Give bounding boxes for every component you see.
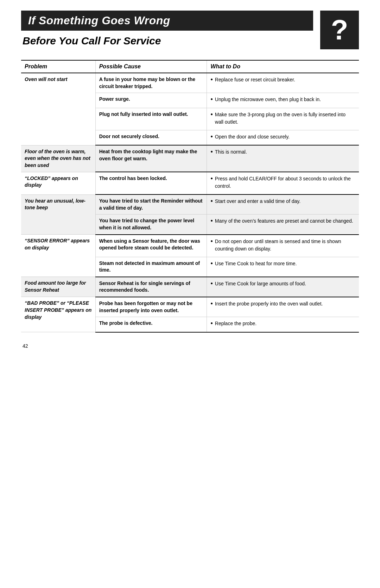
bullet-item: •Replace the probe. xyxy=(210,320,355,328)
problem-label: “BAD PROBE” or “PLEASE INSERT PROBE” app… xyxy=(25,300,91,320)
table-row: “SENSOR ERROR” appears on displayWhen us… xyxy=(21,235,359,257)
bullet-dot: • xyxy=(210,238,213,246)
what-cell: •Start over and enter a valid time of da… xyxy=(207,194,359,215)
problem-cell: Food amount too large for Sensor Reheat xyxy=(21,277,95,297)
header-area: If Something Goes Wrong Before You Call … xyxy=(21,11,359,49)
cause-cell: Probe has been forgotten or may not be i… xyxy=(95,297,207,317)
table-row: “BAD PROBE” or “PLEASE INSERT PROBE” app… xyxy=(21,297,359,317)
bullet-item: •Open the door and close securely. xyxy=(210,133,355,141)
cause-cell: When using a Sensor feature, the door wa… xyxy=(95,235,207,257)
table-row: “LOCKED” appears on displayThe control h… xyxy=(21,172,359,194)
what-cell: •Many of the oven’s features are preset … xyxy=(207,215,359,235)
cause-cell: A fuse in your home may be blown or the … xyxy=(95,73,207,93)
what-cell: •Replace fuse or reset circuit breaker. xyxy=(207,73,359,93)
cause-cell: The probe is defective. xyxy=(95,317,207,332)
bullet-item: •Unplug the microwave oven, then plug it… xyxy=(210,96,355,104)
col-header-problem: Problem xyxy=(21,60,95,73)
cause-text: Probe has been forgotten or may not be i… xyxy=(99,301,192,313)
what-cell: •Use Time Cook for large amounts of food… xyxy=(207,277,359,297)
table-header-row: Problem Possible Cause What to Do xyxy=(21,60,359,73)
bullet-dot: • xyxy=(210,76,213,84)
col-header-cause: Possible Cause xyxy=(95,60,207,73)
bullet-item: •Press and hold CLEAR/OFF for about 3 se… xyxy=(210,175,355,190)
what-cell: •Press and hold CLEAR/OFF for about 3 se… xyxy=(207,172,359,194)
cause-text: You have tried to change the power level… xyxy=(99,218,194,230)
problem-label: Floor of the oven is warm, even when the… xyxy=(25,149,90,168)
problem-cell: Oven will not start xyxy=(21,73,95,145)
what-cell: •Insert the probe properly into the oven… xyxy=(207,297,359,317)
bullet-dot: • xyxy=(210,96,213,104)
what-text: Press and hold CLEAR/OFF for about 3 sec… xyxy=(215,175,355,190)
cause-text: You have tried to start the Reminder wit… xyxy=(99,198,203,211)
page-title: If Something Goes Wrong xyxy=(28,14,306,27)
bullet-item: •Make sure the 3-prong plug on the oven … xyxy=(210,111,355,126)
cause-text: Heat from the cooktop light may make the… xyxy=(99,149,197,161)
problem-label: “SENSOR ERROR” appears on display xyxy=(25,238,90,250)
bullet-item: •Use Time Cook to heat for more time. xyxy=(210,260,355,268)
table-row: You hear an unusual, low-tone beepYou ha… xyxy=(21,194,359,215)
col-header-what: What to Do xyxy=(207,60,359,73)
title-bar: If Something Goes Wrong xyxy=(21,11,313,31)
what-text: Start over and enter a valid time of day… xyxy=(215,198,300,205)
cause-text: Sensor Reheat is for single servings of … xyxy=(99,280,190,293)
what-cell: •This is normal. xyxy=(207,145,359,172)
cause-text: The control has been locked. xyxy=(99,175,167,181)
subtitle: Before You Call For Service xyxy=(21,35,313,47)
what-cell: •Use Time Cook to heat for more time. xyxy=(207,257,359,277)
cause-text: The probe is defective. xyxy=(99,320,153,326)
problem-label: Oven will not start xyxy=(25,76,67,82)
what-text: Use Time Cook for large amounts of food. xyxy=(215,280,306,287)
what-cell: •Replace the probe. xyxy=(207,317,359,332)
bullet-dot: • xyxy=(210,133,213,141)
cause-text: A fuse in your home may be blown or the … xyxy=(99,76,195,89)
cause-text: Door not securely closed. xyxy=(99,134,159,139)
cause-cell: You have tried to start the Reminder wit… xyxy=(95,194,207,215)
cause-cell: Power surge. xyxy=(95,93,207,108)
what-cell: •Do not open door until steam is sensed … xyxy=(207,235,359,257)
what-cell: •Unplug the microwave oven, then plug it… xyxy=(207,93,359,108)
problem-label: You hear an unusual, low-tone beep xyxy=(25,198,86,211)
problem-cell: “LOCKED” appears on display xyxy=(21,172,95,194)
bullet-dot: • xyxy=(210,280,213,288)
header-text: If Something Goes Wrong Before You Call … xyxy=(21,11,313,47)
what-text: Many of the oven’s features are preset a… xyxy=(215,217,353,225)
question-mark-box: ? xyxy=(320,11,359,49)
page-number: 42 xyxy=(21,343,359,349)
problem-cell: “SENSOR ERROR” appears on display xyxy=(21,235,95,277)
bullet-dot: • xyxy=(210,320,213,328)
cause-text: Power surge. xyxy=(99,96,130,102)
cause-cell: Plug not fully inserted into wall outlet… xyxy=(95,108,207,130)
bullet-item: •Insert the probe properly into the oven… xyxy=(210,300,355,308)
bullet-item: •Replace fuse or reset circuit breaker. xyxy=(210,76,355,84)
cause-cell: Steam not detected in maximum amount of … xyxy=(95,257,207,277)
problem-cell: Floor of the oven is warm, even when the… xyxy=(21,145,95,172)
table-row: Oven will not startA fuse in your home m… xyxy=(21,73,359,93)
what-text: This is normal. xyxy=(215,148,247,156)
problem-cell: “BAD PROBE” or “PLEASE INSERT PROBE” app… xyxy=(21,297,95,332)
cause-text: Plug not fully inserted into wall outlet… xyxy=(99,111,188,117)
bullet-dot: • xyxy=(210,111,213,119)
bullet-item: •Use Time Cook for large amounts of food… xyxy=(210,280,355,288)
what-cell: •Open the door and close securely. xyxy=(207,130,359,145)
bullet-item: •Do not open door until steam is sensed … xyxy=(210,238,355,253)
trouble-table: Problem Possible Cause What to Do Oven w… xyxy=(21,60,359,333)
what-cell: •Make sure the 3-prong plug on the oven … xyxy=(207,108,359,130)
what-text: Open the door and close securely. xyxy=(215,133,290,141)
bullet-dot: • xyxy=(210,217,213,225)
bullet-dot: • xyxy=(210,260,213,268)
cause-cell: Sensor Reheat is for single servings of … xyxy=(95,277,207,297)
problem-label: “LOCKED” appears on display xyxy=(25,175,78,188)
cause-cell: Door not securely closed. xyxy=(95,130,207,145)
what-text: Insert the probe properly into the oven … xyxy=(215,300,323,308)
question-mark-icon: ? xyxy=(331,16,348,44)
page-wrapper: If Something Goes Wrong Before You Call … xyxy=(0,0,380,370)
cause-cell: Heat from the cooktop light may make the… xyxy=(95,145,207,172)
bullet-item: •This is normal. xyxy=(210,148,355,156)
bullet-dot: • xyxy=(210,198,213,205)
bullet-dot: • xyxy=(210,300,213,308)
cause-text: Steam not detected in maximum amount of … xyxy=(99,260,200,273)
what-text: Use Time Cook to heat for more time. xyxy=(215,260,297,267)
bullet-dot: • xyxy=(210,175,213,183)
bullet-dot: • xyxy=(210,148,213,156)
bullet-item: •Start over and enter a valid time of da… xyxy=(210,198,355,205)
